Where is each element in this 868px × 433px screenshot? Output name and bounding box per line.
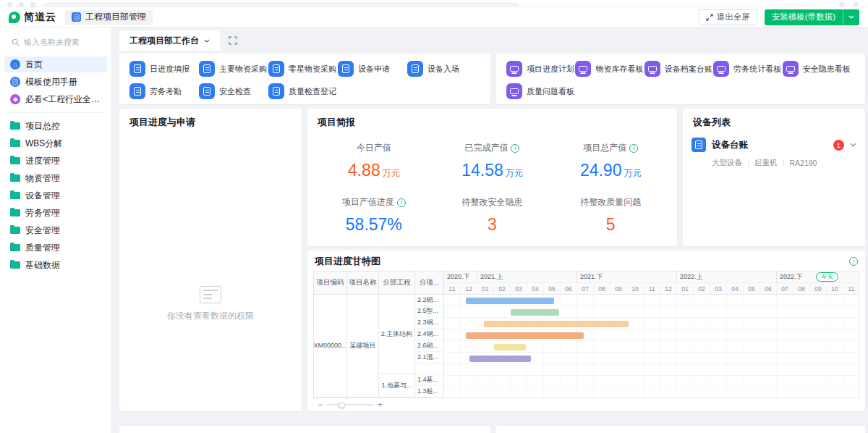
sidebar-menu: ⌂首页模板使用手册必看<工程行业全景地图>项目总控WBS分解进度管理物资管理设备… bbox=[0, 55, 111, 274]
metric-label-text: 项目总产值 bbox=[583, 142, 626, 154]
folder-icon bbox=[10, 209, 20, 216]
sidebar-item-8[interactable]: 劳务管理 bbox=[4, 205, 107, 221]
device-detail-part: 大型设备 bbox=[712, 158, 742, 168]
info-icon[interactable]: i bbox=[511, 144, 519, 153]
gantt-col-name: 项目名称某建项目 bbox=[347, 272, 379, 398]
app-tab-label: 工程项目部管理 bbox=[85, 11, 146, 23]
metric-label-text: 今日产值 bbox=[357, 142, 391, 154]
gantt-column-header: 分部工程 bbox=[379, 272, 414, 295]
zoom-slider[interactable] bbox=[327, 404, 373, 405]
today-badge[interactable]: 今天 bbox=[816, 272, 838, 282]
metric-label: 已完成产值i bbox=[464, 142, 519, 154]
sidebar-item-0[interactable]: ⌂首页 bbox=[4, 56, 107, 72]
dashboard-link-label: 安全隐患看板 bbox=[803, 64, 851, 75]
sidebar-item-6[interactable]: 物资管理 bbox=[4, 170, 107, 186]
timeline-month: 03 bbox=[511, 283, 527, 294]
zoom-slider-thumb[interactable] bbox=[339, 402, 345, 408]
install-template-button[interactable]: 安装模板(带数据) bbox=[765, 9, 859, 25]
gantt-bar[interactable] bbox=[494, 344, 526, 350]
zoom-out-button[interactable]: − bbox=[318, 400, 323, 410]
metric-label-text: 项目产值进度 bbox=[342, 196, 394, 209]
gantt-group-cell: 2.主体结构 bbox=[379, 295, 414, 375]
gantt-row bbox=[444, 306, 859, 318]
timeline-month: 03 bbox=[710, 283, 727, 294]
workspace-tab[interactable]: 工程项目部工作台 bbox=[119, 30, 220, 51]
timeline-month: 06 bbox=[561, 283, 577, 294]
gantt-zoom-control: − + bbox=[307, 398, 423, 411]
sidebar-item-3[interactable]: 项目总控 bbox=[4, 118, 107, 134]
info-icon[interactable]: i bbox=[629, 144, 638, 153]
sidebar-item-11[interactable]: 基础数据 bbox=[4, 257, 107, 273]
dashboard-link-label: 项目进度计划 bbox=[527, 64, 574, 75]
sidebar-item-5[interactable]: 进度管理 bbox=[4, 153, 107, 169]
quick-action-4[interactable]: 设备入场 bbox=[407, 61, 477, 77]
quick-action-7[interactable]: 质量检查登记 bbox=[268, 83, 338, 99]
gantt-row bbox=[444, 329, 859, 341]
gantt-row bbox=[444, 387, 859, 398]
form-icon bbox=[129, 61, 145, 77]
info-icon[interactable]: i bbox=[397, 198, 406, 207]
quick-action-label: 设备申请 bbox=[358, 64, 390, 75]
sidebar-item-2[interactable]: 必看<工程行业全景地图> bbox=[4, 91, 107, 107]
browser-icon bbox=[854, 2, 859, 7]
gantt-column-header: 项目名称 bbox=[347, 272, 378, 295]
sidebar-item-1[interactable]: 模板使用手册 bbox=[4, 74, 107, 90]
sidebar-item-label: 设备管理 bbox=[25, 190, 60, 202]
quick-action-3[interactable]: 设备申请 bbox=[338, 61, 407, 77]
zoom-in-button[interactable]: + bbox=[378, 400, 383, 410]
quick-action-1[interactable]: 主要物资采购 bbox=[199, 61, 268, 77]
dashboard-link-1[interactable]: 物资库存看板 bbox=[575, 61, 644, 77]
timeline-period: 2021.上 bbox=[477, 272, 577, 282]
panel-title: 项目简报 bbox=[307, 109, 677, 129]
dashboard-link-3[interactable]: 劳务统计看板 bbox=[713, 61, 782, 77]
search-placeholder: 输入名称来搜索 bbox=[24, 37, 80, 48]
folder-icon bbox=[10, 227, 20, 234]
dashboard-link-0[interactable]: 项目进度计划 bbox=[506, 61, 575, 77]
dashboard-link-4[interactable]: 安全隐患看板 bbox=[783, 61, 851, 77]
chevron-down-icon[interactable] bbox=[850, 143, 856, 147]
metric-label: 待整改质量问题 bbox=[580, 196, 641, 209]
timeline-month: 01 bbox=[677, 283, 694, 294]
gantt-col-subproject: 分部工程2.主体结构1.地基与... bbox=[379, 272, 415, 398]
device-ledger-item[interactable]: 设备台账 1 bbox=[692, 138, 856, 152]
info-icon[interactable]: i bbox=[849, 257, 858, 266]
app-logo[interactable]: 简道云 bbox=[9, 11, 56, 24]
gantt-bar[interactable] bbox=[484, 321, 629, 327]
quick-action-5[interactable]: 劳务考勤 bbox=[129, 83, 199, 99]
sidebar-item-10[interactable]: 质量管理 bbox=[4, 240, 107, 256]
gantt-bar[interactable] bbox=[466, 298, 554, 304]
gantt-task-label: 1.4基... bbox=[415, 374, 443, 386]
sidebar-item-7[interactable]: 设备管理 bbox=[4, 188, 107, 203]
app-tab[interactable]: 工程项目部管理 bbox=[65, 10, 153, 25]
exit-fullscreen-button[interactable]: 退出全屏 bbox=[699, 9, 757, 25]
quick-action-2[interactable]: 零星物资采购 bbox=[268, 61, 338, 77]
gantt-task-label: 2.6砌... bbox=[415, 340, 443, 352]
gantt-bar[interactable] bbox=[511, 309, 559, 316]
gantt-bar[interactable] bbox=[469, 356, 531, 362]
gantt-column-header: 分项... bbox=[415, 272, 443, 295]
sidebar-item-label: 基础数据 bbox=[25, 259, 60, 272]
folder-icon bbox=[10, 261, 20, 269]
device-ledger-label: 设备台账 bbox=[712, 139, 827, 151]
device-detail-part: RA2190 bbox=[790, 159, 817, 167]
folder-icon bbox=[10, 175, 20, 182]
chevron-down-icon bbox=[204, 39, 210, 43]
metric-5: 待整改质量问题5 bbox=[551, 186, 670, 240]
sidebar-item-4[interactable]: WBS分解 bbox=[4, 135, 107, 151]
sidebar-item-9[interactable]: 安全管理 bbox=[4, 222, 107, 238]
gantt-bar[interactable] bbox=[466, 332, 584, 339]
timeline-month: 04 bbox=[727, 283, 744, 294]
dashboard-link-5[interactable]: 质量问题看板 bbox=[506, 83, 575, 99]
timeline-month: 08 bbox=[793, 283, 810, 294]
dashboard-link-2[interactable]: 设备档案台账 bbox=[644, 61, 713, 77]
gantt-row bbox=[444, 341, 859, 353]
quick-action-0[interactable]: 日进度填报 bbox=[129, 61, 199, 77]
install-dropdown-caret[interactable] bbox=[843, 9, 859, 25]
dashboard-link-label: 劳务统计看板 bbox=[733, 64, 781, 75]
quick-action-6[interactable]: 安全检查 bbox=[199, 83, 268, 99]
sidebar-search-input[interactable]: 输入名称来搜索 bbox=[7, 34, 104, 50]
timeline-month: 07 bbox=[777, 283, 793, 294]
fullscreen-expand-icon[interactable] bbox=[229, 36, 237, 45]
metric-value: 5 bbox=[551, 215, 670, 235]
browser-icon bbox=[839, 2, 844, 7]
